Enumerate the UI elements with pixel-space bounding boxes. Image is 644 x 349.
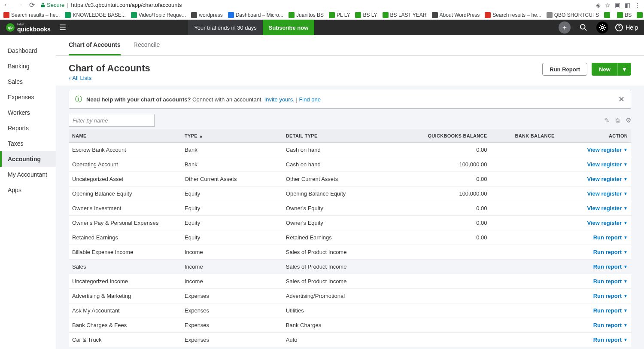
col-detail[interactable]: DETAIL TYPE (283, 129, 395, 143)
cell-type: Equity (181, 201, 283, 216)
cell-action: View register ▼ (558, 172, 631, 187)
tab-reconcile[interactable]: Reconcile (134, 35, 160, 55)
row-action-link[interactable]: Run report ▼ (593, 234, 628, 241)
close-icon[interactable]: ✕ (618, 95, 625, 104)
sidebar-item-expenses[interactable]: Expenses (0, 89, 56, 105)
sidebar-item-accounting[interactable]: Accounting (0, 151, 56, 167)
bookmark-item[interactable]: KNOWLEDGE BASE... (65, 12, 125, 18)
url-area[interactable]: Secure | https://c3.qbo.intuit.com/app/c… (41, 2, 590, 8)
row-action-link[interactable]: Run report ▼ (593, 293, 628, 299)
reload-icon[interactable]: ⟳ (29, 1, 35, 9)
table-gear-icon[interactable]: ⚙ (626, 116, 631, 124)
sidebar-item-my-accountant[interactable]: My Accountant (0, 167, 56, 182)
col-type[interactable]: TYPE ▲ (181, 129, 283, 143)
cell-qb (395, 260, 491, 274)
bookmark-item[interactable]: PL LY (329, 12, 350, 18)
bookmark-item[interactable]: QBO SHORTCUTS (547, 12, 599, 18)
cell-name: Advertising & Marketing (69, 289, 181, 303)
ext-icon[interactable]: ▣ (615, 2, 620, 9)
sidebar-item-taxes[interactable]: Taxes (0, 136, 56, 151)
bookmark-item[interactable]: Video/Topic Reque... (131, 12, 186, 18)
bookmark-item[interactable] (604, 12, 612, 18)
cell-qb: 100,000.00 (395, 187, 491, 201)
new-dropdown-icon[interactable]: ▼ (618, 63, 631, 76)
bookmark-item[interactable]: Dashboard – Micro... (228, 12, 283, 18)
pencil-icon[interactable]: ✎ (604, 116, 610, 124)
chevron-down-icon[interactable]: ▼ (623, 264, 628, 269)
new-button[interactable]: New (592, 63, 618, 76)
bookmark-item[interactable]: About WordPress (432, 12, 480, 18)
search-icon[interactable] (577, 21, 589, 34)
sidebar-item-apps[interactable]: Apps (0, 182, 56, 198)
bookmark-item[interactable]: BS LAST YEAR (383, 12, 427, 18)
breadcrumb[interactable]: ‹ All Lists (69, 75, 150, 81)
help-button[interactable]: ? Help (615, 24, 638, 31)
row-action-link[interactable]: View register ▼ (587, 176, 628, 182)
row-action-link[interactable]: Run report ▼ (593, 263, 628, 270)
hamburger-icon[interactable]: ☰ (59, 23, 66, 32)
col-qb-balance[interactable]: QUICKBOOKS BALANCE (395, 129, 491, 143)
cell-qb (395, 245, 491, 260)
quickbooks-logo[interactable]: qb intuit quickbooks (6, 23, 51, 32)
chevron-down-icon[interactable]: ▼ (623, 294, 628, 298)
cell-type: Expenses (181, 333, 283, 347)
invite-link[interactable]: Invite yours. (264, 96, 295, 103)
bookmark-item[interactable]: QuickBooks Online (637, 12, 644, 18)
print-icon[interactable]: ⎙ (616, 116, 620, 124)
chevron-down-icon[interactable]: ▼ (623, 323, 628, 328)
chevron-down-icon[interactable]: ▼ (623, 337, 628, 342)
col-name[interactable]: NAME (69, 129, 181, 143)
chevron-down-icon[interactable]: ▼ (623, 147, 628, 152)
row-action-link[interactable]: View register ▼ (587, 147, 628, 153)
row-action-link[interactable]: View register ▼ (587, 161, 628, 168)
run-report-button[interactable]: Run Report (542, 63, 587, 76)
tab-chart-of-accounts[interactable]: Chart of Accounts (69, 35, 121, 55)
bookmark-item[interactable]: Search results – he... (3, 12, 60, 18)
row-action-link[interactable]: View register ▼ (587, 220, 628, 226)
chevron-down-icon[interactable]: ▼ (623, 206, 628, 211)
plus-icon[interactable]: ＋ (559, 21, 571, 34)
bookmark-item[interactable]: Juanitos BS (289, 12, 324, 18)
row-action-link[interactable]: Run report ▼ (593, 307, 628, 314)
cell-detail: Cash on hand (283, 157, 395, 172)
row-action-link[interactable]: Run report ▼ (593, 337, 628, 343)
star-icon[interactable]: ☆ (605, 2, 611, 9)
breadcrumb-link[interactable]: All Lists (72, 75, 91, 81)
bookmark-item[interactable]: Search results – he... (485, 12, 541, 18)
row-action-link[interactable]: View register ▼ (587, 205, 628, 211)
chevron-down-icon[interactable]: ▼ (623, 177, 628, 181)
gear-icon[interactable] (596, 21, 608, 34)
row-action-link[interactable]: Run report ▼ (593, 249, 628, 255)
back-arrow-icon[interactable]: ← (3, 1, 10, 9)
more-icon[interactable]: ⋮ (635, 2, 641, 9)
ext-icon[interactable]: ◧ (625, 2, 630, 9)
row-action-link[interactable]: Run report ▼ (593, 278, 628, 285)
filter-input[interactable] (69, 114, 155, 127)
sidebar-item-workers[interactable]: Workers (0, 105, 56, 120)
sidebar-item-sales[interactable]: Sales (0, 74, 56, 89)
cell-action: Run report ▼ (558, 230, 631, 245)
sidebar-item-banking[interactable]: Banking (0, 58, 56, 74)
bookmark-item[interactable]: BS LY (355, 12, 377, 18)
col-bank-balance[interactable]: BANK BALANCE (490, 129, 558, 143)
bookmark-item[interactable]: wordpress (191, 12, 222, 18)
find-link[interactable]: Find one (299, 96, 321, 103)
table-row: Opening Balance EquityEquityOpening Bala… (69, 187, 631, 201)
chevron-down-icon[interactable]: ▼ (623, 235, 628, 240)
table-row: Owner's InvestmentEquityOwner's Equity0.… (69, 201, 631, 216)
chevron-down-icon[interactable]: ▼ (623, 162, 628, 167)
translate-icon[interactable]: ◈ (596, 2, 601, 9)
chevron-down-icon[interactable]: ▼ (623, 279, 628, 284)
bookmark-label: wordpress (199, 12, 222, 18)
bookmark-item[interactable]: BS (617, 12, 632, 18)
sidebar-item-dashboard[interactable]: Dashboard (0, 43, 56, 58)
bookmark-icon (547, 12, 553, 18)
subscribe-button[interactable]: Subscribe now (263, 24, 314, 31)
chevron-down-icon[interactable]: ▼ (623, 308, 628, 313)
chevron-down-icon[interactable]: ▼ (623, 250, 628, 254)
chevron-down-icon[interactable]: ▼ (623, 220, 628, 225)
chevron-down-icon[interactable]: ▼ (623, 191, 628, 196)
sidebar-item-reports[interactable]: Reports (0, 120, 56, 136)
row-action-link[interactable]: View register ▼ (587, 190, 628, 197)
row-action-link[interactable]: Run report ▼ (593, 322, 628, 328)
